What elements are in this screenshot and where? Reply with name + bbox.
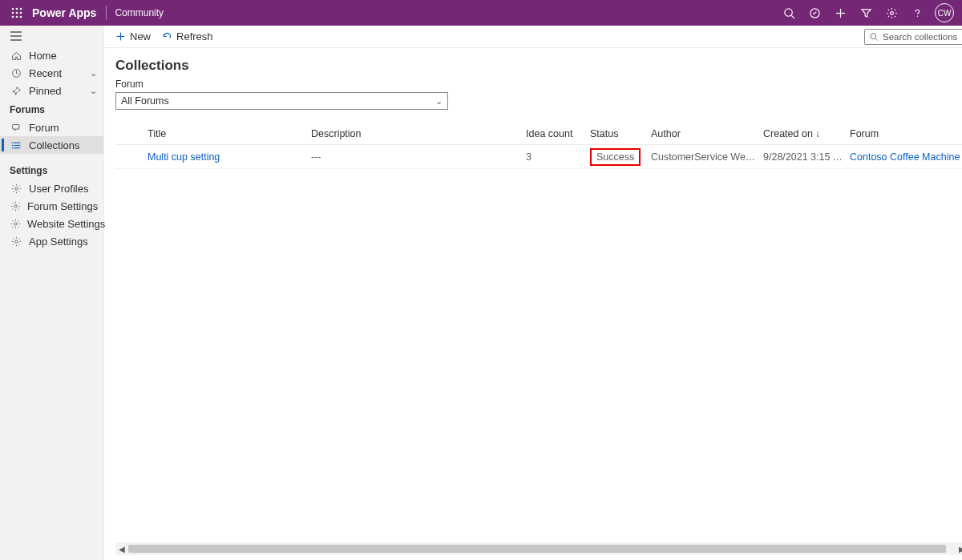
nav-label: App Settings — [29, 236, 97, 248]
svg-point-26 — [12, 147, 14, 148]
page-title: Collections — [115, 58, 962, 74]
search-input[interactable]: Search collections — [864, 29, 962, 45]
nav-forum[interactable]: Forum — [0, 119, 103, 136]
nav-app-settings[interactable]: App Settings — [0, 232, 103, 250]
global-header: Power Apps Community CW — [0, 0, 962, 26]
main-area: New Refresh Search collections Collectio… — [104, 26, 962, 560]
svg-line-34 — [875, 38, 877, 40]
nav-forum-settings[interactable]: Forum Settings — [0, 197, 103, 215]
chevron-down-icon: ⌄ — [435, 96, 443, 107]
forum-icon — [10, 123, 22, 133]
left-nav: Home Recent ⌄ Pinned ⌄ Forums Forum Coll… — [0, 26, 104, 560]
horizontal-scrollbar[interactable]: ◀ ▶ — [115, 542, 962, 555]
row-idea-count: 3 — [523, 151, 587, 163]
svg-rect-20 — [13, 124, 19, 129]
target-icon[interactable] — [802, 0, 827, 26]
nav-recent[interactable]: Recent ⌄ — [0, 64, 103, 82]
gear-icon — [10, 183, 22, 194]
forum-filter-dropdown[interactable]: All Forums ⌄ — [115, 92, 448, 110]
user-avatar[interactable]: CW — [935, 3, 954, 22]
gear-icon — [10, 236, 22, 247]
svg-point-8 — [20, 16, 22, 18]
col-author[interactable]: Author — [648, 128, 760, 139]
svg-line-10 — [791, 15, 794, 18]
row-forum-link[interactable]: Contoso Coffee Machine — [847, 151, 962, 163]
nav-home[interactable]: Home — [0, 46, 103, 64]
add-icon[interactable] — [827, 0, 853, 26]
product-name: Power Apps — [29, 6, 104, 19]
nav-website-settings[interactable]: Website Settings — [0, 215, 103, 232]
filter-icon[interactable] — [853, 0, 879, 26]
cmd-label: New — [130, 30, 151, 42]
forum-filter-label: Forum — [115, 79, 962, 90]
header-actions: CW — [776, 0, 957, 26]
environment-name[interactable]: Community — [115, 7, 164, 18]
plus-icon — [115, 31, 126, 42]
col-title[interactable]: Title — [144, 128, 308, 139]
settings-icon[interactable] — [879, 0, 904, 26]
svg-point-33 — [871, 33, 876, 38]
help-icon[interactable] — [904, 0, 930, 26]
svg-point-5 — [20, 12, 22, 14]
svg-point-30 — [15, 240, 18, 242]
nav-label: Recent — [29, 67, 90, 79]
scroll-left-icon[interactable]: ◀ — [115, 542, 128, 555]
col-forum[interactable]: Forum — [847, 128, 962, 139]
scroll-track[interactable] — [128, 542, 956, 555]
row-created-on: 9/28/2021 3:15 AM — [760, 151, 847, 163]
search-icon — [869, 32, 879, 42]
clock-icon — [10, 68, 22, 79]
nav-label: Forum Settings — [27, 200, 98, 212]
sort-indicator-icon: ↓ — [815, 128, 820, 139]
nav-label: Website Settings — [27, 218, 105, 230]
nav-user-profiles[interactable]: User Profiles — [0, 179, 103, 197]
header-divider — [106, 6, 107, 20]
refresh-button[interactable]: Refresh — [162, 30, 213, 42]
dropdown-value: All Forums — [121, 95, 169, 107]
col-idea-count[interactable]: Idea count — [523, 128, 587, 139]
svg-point-29 — [14, 222, 17, 224]
svg-point-14 — [890, 11, 893, 14]
status-highlight: Success — [590, 148, 641, 166]
col-description[interactable]: Description — [308, 128, 523, 139]
row-status: Success — [587, 148, 648, 166]
svg-point-27 — [15, 187, 18, 189]
svg-point-1 — [16, 8, 18, 10]
nav-label: Collections — [29, 139, 97, 151]
col-created-on[interactable]: Created on↓ — [760, 128, 847, 139]
col-status[interactable]: Status — [587, 128, 648, 139]
gear-icon — [10, 201, 21, 212]
search-icon[interactable] — [776, 0, 802, 26]
svg-point-3 — [12, 12, 14, 14]
grid-row[interactable]: Multi cup setting --- 3 Success Customer… — [115, 145, 962, 169]
row-author: CustomerService Web Staging — [648, 151, 760, 163]
app-launcher-icon[interactable] — [5, 0, 29, 26]
nav-label: Forum — [29, 122, 97, 134]
svg-point-4 — [16, 12, 18, 14]
svg-point-7 — [16, 16, 18, 18]
nav-collapse-toggle[interactable] — [0, 26, 103, 46]
search-placeholder: Search collections — [883, 32, 957, 42]
chevron-down-icon: ⌄ — [90, 68, 97, 79]
command-bar: New Refresh Search collections — [104, 26, 962, 48]
scroll-right-icon[interactable]: ▶ — [956, 542, 962, 555]
row-title-link[interactable]: Multi cup setting — [144, 151, 308, 163]
nav-collections[interactable]: Collections — [0, 136, 103, 154]
gear-icon — [10, 219, 21, 229]
nav-pinned[interactable]: Pinned ⌄ — [0, 82, 103, 99]
new-button[interactable]: New — [115, 30, 151, 42]
svg-point-0 — [12, 8, 14, 10]
cmd-label: Refresh — [176, 30, 213, 42]
nav-label: Home — [29, 50, 97, 62]
nav-section-forums: Forums — [0, 99, 103, 119]
nav-label: Pinned — [29, 85, 90, 97]
refresh-icon — [162, 31, 172, 42]
scroll-thumb[interactable] — [128, 545, 946, 553]
grid-header: Title Description Idea count Status Auth… — [115, 123, 962, 145]
list-icon — [10, 140, 22, 151]
nav-section-settings: Settings — [0, 160, 103, 179]
row-description: --- — [308, 151, 523, 163]
svg-point-25 — [12, 144, 14, 146]
collections-grid: Title Description Idea count Status Auth… — [115, 123, 962, 169]
svg-point-28 — [14, 204, 17, 207]
